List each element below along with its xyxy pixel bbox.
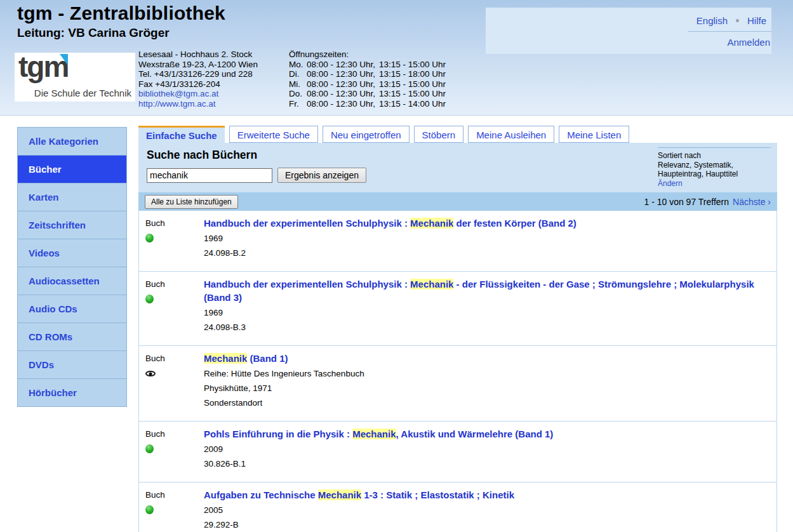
result-type-label: Buch	[145, 427, 204, 441]
hours-morning: 08:00 - 12:30 Uhr,	[307, 99, 379, 109]
results-list: BuchHandbuch der experimentellen Schulph…	[138, 211, 777, 532]
sidebar-item-cd-roms[interactable]: CD ROMs	[18, 323, 126, 351]
result-title-link[interactable]: Aufgaben zu Technische Mechanik 1-3 : St…	[204, 488, 761, 502]
result-row: BuchHandbuch der experimentellen Schulph…	[139, 272, 776, 346]
title-text: Handbuch der experimentellen Schulphysik…	[204, 279, 410, 289]
results-count: 1 - 10 von 97 Treffern	[644, 197, 729, 207]
sidebar-item-karten[interactable]: Karten	[18, 183, 126, 211]
green-ball-icon	[145, 444, 154, 453]
hours-day: Di.	[289, 69, 307, 79]
logo-triangle-icon	[60, 54, 68, 65]
highlighted-term: Mechanik	[410, 279, 453, 289]
hours-afternoon: 13:15 - 15:00 Uhr	[379, 79, 446, 90]
tab-meine-listen[interactable]: Meine Listen	[559, 126, 629, 143]
show-results-button[interactable]: Ergebnis anzeigen	[277, 168, 366, 183]
eye-pupil	[149, 372, 152, 375]
title-text: Aufgaben zu Technische	[204, 489, 318, 500]
result-detail-line: 1969	[204, 305, 761, 320]
tab-meine-ausleihen[interactable]: Meine Ausleihen	[468, 126, 554, 143]
result-detail-line: Sonderstandort	[204, 396, 761, 410]
tab-stobern[interactable]: Stöbern	[414, 126, 464, 143]
results-toolbar: Alle zu Liste hinzufügen 1 - 10 von 97 T…	[138, 192, 777, 211]
logo-tagline: Die Schule der Technik	[34, 88, 131, 98]
sidebar-item-horbucher[interactable]: Hörbücher	[18, 379, 126, 406]
tgm-logo: tgm Die Schule der Technik	[15, 53, 135, 102]
result-detail-line: Physikhütte, 1971	[204, 381, 761, 396]
tab-einfache-suche[interactable]: Einfache Suche	[138, 126, 225, 143]
hours-row: Do.08:00 - 12:30 Uhr,13:15 - 15:00 Uhr	[289, 89, 446, 99]
search-heading: Suche nach Büchern	[147, 149, 257, 162]
sidebar-item-zeitschriften[interactable]: Zeitschriften	[18, 211, 126, 239]
next-page-link[interactable]: Nächste ›	[733, 197, 771, 207]
green-ball-icon	[145, 295, 154, 303]
hours-row: Mi.08:00 - 12:30 Uhr,13:15 - 15:00 Uhr	[289, 79, 446, 90]
hours-afternoon: 13:15 - 18:00 Uhr	[379, 69, 446, 79]
opening-hours-block: Öffnungszeiten: Mo.08:00 - 12:30 Uhr,13:…	[289, 50, 446, 109]
signin-link[interactable]: Anmelden	[727, 37, 770, 48]
result-left-column: Buch	[139, 427, 204, 471]
result-row: BuchAufgaben zu Technische Mechanik 1-3 …	[139, 482, 776, 532]
result-main-column: Mechanik (Band 1)Reihe: Hütte Des Ingeni…	[204, 352, 776, 410]
result-title-link[interactable]: Handbuch der experimentellen Schulphysik…	[204, 216, 761, 230]
result-title-link[interactable]: Mechanik (Band 1)	[204, 352, 761, 365]
green-ball-icon	[145, 505, 154, 514]
hours-afternoon: 13:15 - 15:00 Uhr	[379, 60, 446, 70]
add-all-to-list-button[interactable]: Alle zu Liste hinzufügen	[145, 195, 238, 209]
result-title-link[interactable]: Pohls Einführung in die Physik : Mechani…	[204, 427, 761, 441]
search-input[interactable]	[147, 168, 272, 183]
result-row: BuchPohls Einführung in die Physik : Mec…	[139, 422, 776, 482]
result-detail-line: 2005	[204, 503, 761, 517]
search-panel: Suche nach Büchern Ergebnis anzeigen Sor…	[138, 143, 777, 192]
sort-info: Sortiert nach Relevanz, Systematik, Haup…	[658, 147, 771, 188]
sort-line: Relevanz, Systematik,	[658, 161, 771, 170]
result-detail-line: 2009	[204, 442, 761, 456]
highlighted-term: Mechanik	[318, 489, 361, 500]
result-detail-line: Reihe: Hütte Des Ingenieurs Taschenbuch	[204, 366, 761, 381]
highlighted-term: Mechanik	[352, 429, 396, 439]
main-content: Einfache SucheErweiterte SucheNeu einget…	[138, 126, 777, 532]
address-line: Tel. +43/1/33126-229 und 228	[138, 69, 258, 79]
login-box: English Hilfe Anmelden	[486, 8, 771, 54]
result-type-label: Buch	[145, 488, 204, 502]
help-link[interactable]: Hilfe	[747, 15, 766, 26]
category-sidebar: Alle KategorienBücherKartenZeitschriften…	[17, 127, 127, 407]
sidebar-item-audio-cds[interactable]: Audio CDs	[18, 295, 126, 323]
tab-erweiterte-suche[interactable]: Erweiterte Suche	[229, 126, 318, 143]
highlighted-term: Mechanik	[204, 353, 247, 364]
email-link[interactable]: bibliothek@tgm.ac.at	[138, 89, 258, 99]
sort-line: Haupteintrag, Haupttitel	[658, 170, 771, 179]
result-detail-line: 24.098-B.2	[204, 246, 761, 260]
hours-day: Mi.	[289, 79, 307, 90]
result-type-label: Buch	[145, 352, 204, 365]
hours-afternoon: 13:15 - 15:00 Uhr	[379, 89, 446, 99]
result-detail-line: 24.098-B.3	[204, 320, 761, 335]
title-text: 1-3 : Statik ; Elastostatik ; Kinetik	[361, 489, 514, 500]
address-block: Lesesaal - Hochhaus 2. StockWexstraße 19…	[138, 50, 258, 109]
website-link[interactable]: http://www.tgm.ac.at	[138, 99, 258, 109]
result-detail-line: 30.826-B.1	[204, 456, 761, 471]
sidebar-item-audiocassetten[interactable]: Audiocassetten	[18, 267, 126, 295]
language-link[interactable]: English	[696, 15, 728, 26]
eye-icon	[145, 371, 156, 376]
highlighted-term: Mechanik	[410, 218, 453, 229]
title-text: der festen Körper (Band 2)	[453, 218, 576, 229]
sidebar-item-bucher[interactable]: Bücher	[18, 156, 126, 183]
sidebar-item-videos[interactable]: Videos	[18, 239, 126, 267]
dot-separator-icon	[736, 19, 739, 22]
change-sort-link[interactable]: Ändern	[658, 179, 683, 188]
result-main-column: Handbuch der experimentellen Schulphysik…	[204, 216, 776, 260]
page-header: tgm - Zentralbibliothek Leitung: VB Cari…	[0, 0, 793, 116]
sidebar-item-alle-kategorien[interactable]: Alle Kategorien	[18, 128, 126, 156]
result-title-link[interactable]: Handbuch der experimentellen Schulphysik…	[204, 277, 761, 304]
sidebar-item-dvds[interactable]: DVDs	[18, 351, 126, 379]
result-detail-line: 29.292-B	[204, 517, 761, 532]
hours-day: Fr.	[289, 99, 307, 109]
sort-line: Sortiert nach	[658, 151, 771, 161]
tab-neu-eingetroffen[interactable]: Neu eingetroffen	[323, 126, 410, 143]
tab-bar: Einfache SucheErweiterte SucheNeu einget…	[138, 126, 777, 143]
result-row: BuchHandbuch der experimentellen Schulph…	[139, 211, 776, 272]
hours-morning: 08:00 - 12:30 Uhr,	[307, 69, 379, 79]
hours-row: Mo.08:00 - 12:30 Uhr,13:15 - 15:00 Uhr	[289, 60, 446, 70]
hours-row: Di.08:00 - 12:30 Uhr,13:15 - 18:00 Uhr	[289, 69, 446, 79]
hours-row: Fr.08:00 - 12:30 Uhr,13:15 - 14:00 Uhr	[289, 99, 446, 109]
